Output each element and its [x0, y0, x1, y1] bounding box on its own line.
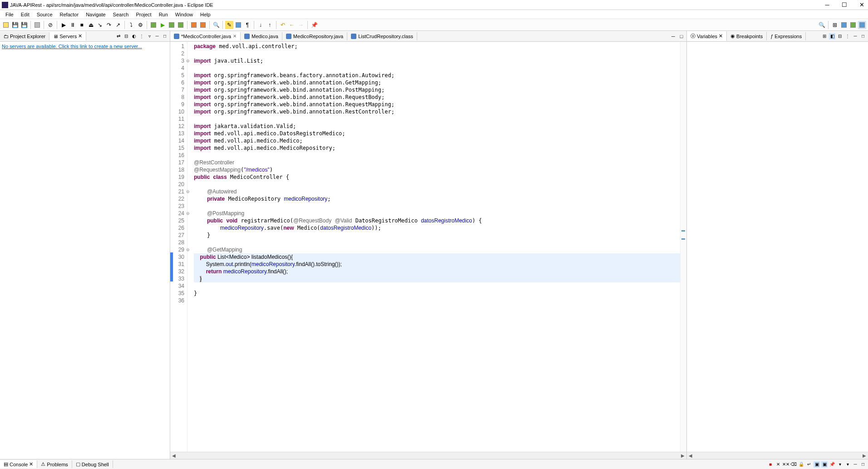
- tab-breakpoints[interactable]: ◉ Breakpoints: [727, 32, 767, 40]
- prev-annotation-button[interactable]: ↑: [266, 21, 274, 29]
- menu-window[interactable]: Window: [172, 12, 197, 17]
- open-console-icon[interactable]: ▾: [844, 461, 851, 468]
- tab-console[interactable]: ▤ Console ✕: [0, 460, 37, 468]
- disconnect-button[interactable]: ⏏: [87, 21, 95, 29]
- menu-project[interactable]: Project: [132, 12, 155, 17]
- collapse-all-icon[interactable]: ⊟: [123, 33, 129, 39]
- code-editor[interactable]: package med.voll.api.controller; import …: [187, 42, 680, 452]
- step-into-button[interactable]: ↘: [96, 21, 104, 29]
- open-perspective-button[interactable]: ⊞: [831, 21, 839, 29]
- pin-editor-button[interactable]: 📌: [310, 21, 318, 29]
- search-button[interactable]: 🔍: [818, 21, 826, 29]
- tab-problems[interactable]: ⚠ Problems: [37, 460, 72, 468]
- remove-launch-icon[interactable]: ✕: [775, 461, 781, 468]
- resume-button[interactable]: ▶: [59, 21, 68, 29]
- show-whitespace-button[interactable]: ¶: [243, 21, 252, 29]
- filter-icon[interactable]: ▿: [146, 33, 153, 39]
- java-perspective-button[interactable]: [840, 21, 848, 29]
- minimize-icon[interactable]: ─: [154, 33, 160, 39]
- open-type-button[interactable]: 🔍: [212, 21, 220, 29]
- suspend-button[interactable]: ⏸: [69, 21, 77, 29]
- close-button[interactable]: ✕: [857, 1, 866, 8]
- menu-source[interactable]: Source: [33, 12, 56, 17]
- maximize-icon[interactable]: □: [860, 33, 866, 39]
- collapse-all-icon[interactable]: ⊟: [837, 33, 843, 39]
- menu-refactor[interactable]: Refactor: [56, 12, 83, 17]
- right-hscroll[interactable]: ◀▶: [687, 452, 868, 459]
- save-all-button[interactable]: 💾: [20, 21, 28, 29]
- link-editor-icon[interactable]: ⇄: [115, 33, 122, 39]
- editor-tab-medico[interactable]: Medico.java: [241, 32, 282, 40]
- forward-button[interactable]: →: [297, 21, 305, 29]
- menu-edit[interactable]: Edit: [17, 12, 33, 17]
- variables-body: [687, 42, 868, 452]
- run-button[interactable]: ▶: [158, 21, 167, 29]
- debug-perspective-button[interactable]: [849, 21, 857, 29]
- show-std-out-icon[interactable]: ▣: [814, 461, 820, 468]
- terminal-button[interactable]: [33, 21, 41, 29]
- tab-expressions[interactable]: ƒ Expressions: [767, 32, 806, 40]
- drop-to-frame-button[interactable]: ⤵: [127, 21, 135, 29]
- close-icon[interactable]: ✕: [233, 34, 237, 39]
- maximize-icon[interactable]: □: [860, 461, 866, 468]
- new-button[interactable]: [2, 21, 10, 29]
- display-selected-icon[interactable]: ▾: [837, 461, 843, 468]
- show-type-names-icon[interactable]: ⊞: [821, 33, 828, 39]
- toggle-block-button[interactable]: [234, 21, 242, 29]
- use-step-filters-button[interactable]: ⚙: [136, 21, 144, 29]
- minimize-icon[interactable]: ─: [670, 33, 676, 39]
- new-class-button[interactable]: [199, 21, 207, 29]
- remove-all-icon[interactable]: ✕✕: [783, 461, 789, 468]
- view-menu-icon[interactable]: ⋮: [844, 33, 851, 39]
- tab-variables[interactable]: ⓥ Variables ✕: [687, 31, 727, 41]
- last-edit-button[interactable]: ↶: [279, 21, 287, 29]
- line-number-gutter[interactable]: 1234567891011121314151617181920212223242…: [173, 42, 187, 452]
- run-last-button[interactable]: [177, 21, 185, 29]
- back-button[interactable]: ←: [288, 21, 296, 29]
- coverage-button[interactable]: [168, 21, 176, 29]
- editor-tab-medicocontroller[interactable]: *MedicoController.java ✕: [170, 32, 241, 40]
- new-java-button[interactable]: [190, 21, 198, 29]
- create-server-link[interactable]: No servers are available. Click this lin…: [2, 44, 142, 49]
- maximize-icon[interactable]: □: [678, 33, 685, 39]
- toggle-mark-button[interactable]: ✎: [225, 21, 233, 29]
- show-logical-icon[interactable]: ◧: [829, 33, 835, 39]
- focus-icon[interactable]: ◐: [131, 33, 137, 39]
- step-return-button[interactable]: ↗: [114, 21, 122, 29]
- scroll-lock-icon[interactable]: 🔒: [798, 461, 804, 468]
- jee-perspective-button[interactable]: [858, 21, 866, 29]
- save-button[interactable]: 💾: [11, 21, 19, 29]
- debug-button[interactable]: [149, 21, 158, 29]
- step-over-button[interactable]: ↷: [105, 21, 113, 29]
- pin-console-icon[interactable]: 📌: [829, 461, 835, 468]
- editor-tab-medicorepository[interactable]: MedicoRepository.java: [282, 32, 347, 40]
- editor-tab-listcrudrepository[interactable]: ListCrudRepository.class: [347, 32, 417, 40]
- close-icon[interactable]: ✕: [29, 461, 33, 467]
- minimize-icon[interactable]: ─: [852, 461, 858, 468]
- menu-help[interactable]: Help: [197, 12, 214, 17]
- view-menu-icon[interactable]: ⋮: [138, 33, 145, 39]
- skip-breakpoints-button[interactable]: ⊘: [46, 21, 54, 29]
- terminate-button[interactable]: ■: [78, 21, 86, 29]
- overview-ruler[interactable]: [680, 42, 686, 452]
- maximize-button[interactable]: ☐: [840, 1, 849, 8]
- minimize-icon[interactable]: ─: [852, 33, 858, 39]
- show-std-err-icon[interactable]: ▣: [821, 461, 828, 468]
- editor-hscroll[interactable]: ◀▶: [170, 452, 686, 459]
- tab-debug-shell[interactable]: ▢ Debug Shell: [72, 460, 113, 468]
- next-annotation-button[interactable]: ↓: [256, 21, 265, 29]
- close-icon[interactable]: ✕: [78, 33, 82, 39]
- menu-file[interactable]: File: [2, 12, 17, 17]
- close-icon[interactable]: ✕: [719, 33, 723, 39]
- menu-search[interactable]: Search: [109, 12, 133, 17]
- terminate-icon[interactable]: ■: [767, 461, 774, 468]
- tab-label: Medico.java: [252, 34, 278, 39]
- clear-console-icon[interactable]: ⌫: [790, 461, 797, 468]
- tab-project-explorer[interactable]: 🗀 Project Explorer: [0, 32, 49, 40]
- word-wrap-icon[interactable]: ↵: [806, 461, 812, 468]
- menu-navigate[interactable]: Navigate: [82, 12, 109, 17]
- maximize-icon[interactable]: □: [162, 33, 168, 39]
- menu-run[interactable]: Run: [155, 12, 172, 17]
- tab-servers[interactable]: 🖥 Servers ✕: [49, 32, 86, 40]
- minimize-button[interactable]: ─: [823, 1, 832, 8]
